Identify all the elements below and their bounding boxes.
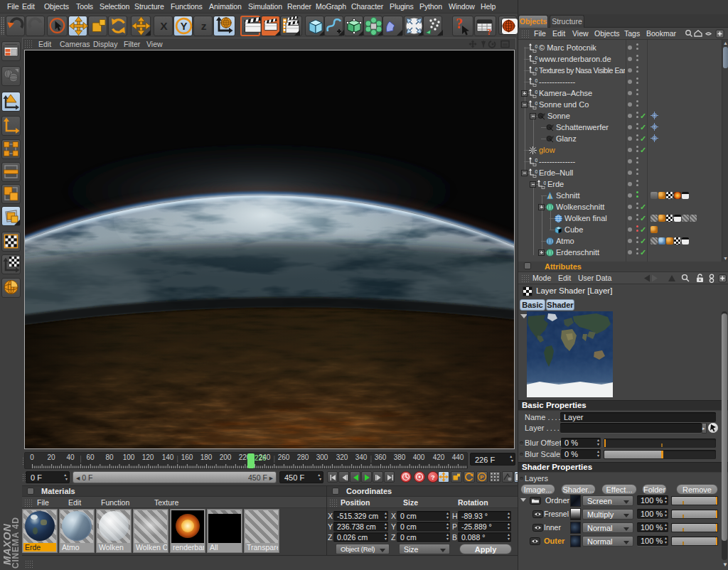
svg-text:?: ? [456,16,463,31]
svg-text:?: ? [487,26,492,36]
svg-text:?: ? [431,474,435,481]
svg-text:0: 0 [544,181,547,185]
svg-text:0: 0 [535,55,538,60]
svg-text:0: 0 [535,78,538,83]
svg-text:0: 0 [535,158,538,163]
svg-text:z: z [201,20,207,32]
svg-text:P: P [480,474,484,480]
svg-text:Y: Y [181,21,188,32]
svg-text:X: X [160,20,168,32]
svg-text:0: 0 [535,169,538,174]
svg-text:0: 0 [535,101,538,106]
svg-text:0: 0 [535,90,538,95]
svg-text:0: 0 [535,67,538,72]
svg-text:0: 0 [535,44,538,49]
